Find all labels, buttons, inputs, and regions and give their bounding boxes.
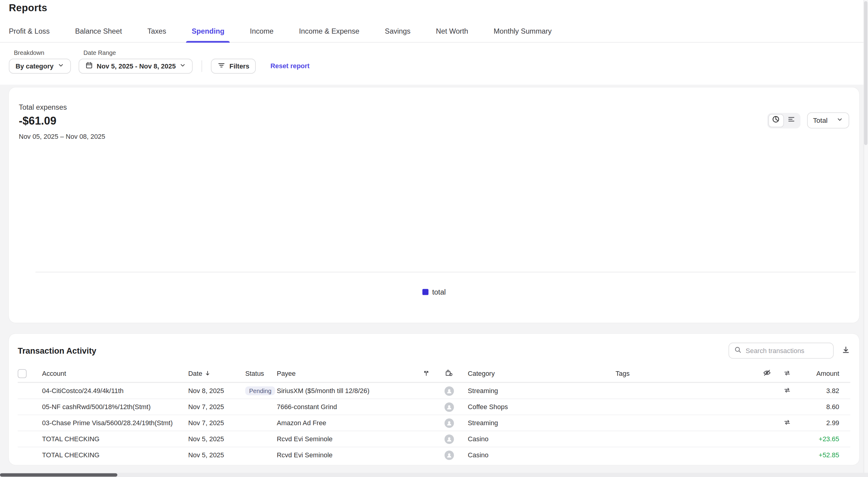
date-cell: Nov 5, 2025 (188, 451, 245, 459)
payee-cell: Amazon Ad Free (277, 419, 422, 427)
tab-spending[interactable]: Spending (186, 22, 230, 42)
merchant-icon (444, 369, 453, 379)
recurring-column-header[interactable] (783, 369, 806, 378)
merchant-avatar (444, 450, 454, 460)
reports-page: Reports Profit & Loss Balance Sheet Taxe… (0, 0, 868, 477)
amount-cell: +52.85 (806, 451, 850, 459)
date-cell: Nov 7, 2025 (188, 419, 245, 427)
chart-type-toggle (767, 113, 800, 128)
merchant-avatar (444, 402, 454, 412)
download-icon (841, 345, 850, 356)
search-icon (734, 346, 742, 356)
hide-column-header[interactable] (763, 369, 783, 379)
merchant-avatar (444, 418, 454, 427)
download-transactions-button[interactable] (841, 345, 850, 356)
tab-profit-and-loss[interactable]: Profit & Loss (3, 22, 55, 42)
tab-balance-sheet[interactable]: Balance Sheet (70, 22, 128, 42)
merchant-column-header (444, 369, 468, 379)
transaction-title: Transaction Activity (18, 346, 96, 355)
tab-taxes[interactable]: Taxes (142, 22, 172, 42)
horizontal-scrollbar-thumb[interactable] (0, 473, 117, 477)
filters-label: Filters (229, 62, 249, 70)
date-range-select[interactable]: Nov 5, 2025 - Nov 8, 2025 (79, 59, 193, 74)
split-icon (423, 369, 430, 378)
breakdown-select[interactable]: By category (9, 59, 71, 74)
tab-net-worth[interactable]: Net Worth (430, 22, 474, 42)
pie-chart-icon (772, 115, 780, 126)
date-cell: Nov 7, 2025 (188, 403, 245, 411)
column-header-date[interactable]: Date (188, 370, 245, 378)
date-cell: Nov 5, 2025 (188, 435, 245, 443)
table-row[interactable]: 03-Chase Prime Visa/5600/28.24/19th(Stmt… (18, 415, 850, 431)
chart-view-select[interactable]: Total (807, 113, 849, 128)
column-header-status: Status (245, 370, 277, 378)
column-header-tags: Tags (616, 370, 763, 378)
category-cell: Casino (468, 451, 616, 459)
tab-income-and-expense[interactable]: Income & Expense (293, 22, 365, 42)
category-cell: Coffee Shops (468, 403, 616, 411)
table-row[interactable]: 04-CitiCostco/24.49/4k/11th Nov 8, 2025 … (18, 382, 850, 399)
table-row[interactable]: TOTAL CHECKING Nov 5, 2025 Rcvd Evi Semi… (18, 447, 850, 463)
chart-controls: Total (767, 113, 849, 128)
total-expenses-label: Total expenses (19, 103, 105, 111)
recurring-icon (783, 386, 791, 395)
total-expenses-summary: Total expenses -$61.09 Nov 05, 2025 – No… (19, 103, 105, 140)
date-range-value: Nov 5, 2025 - Nov 8, 2025 (97, 62, 176, 70)
chart-view-value: Total (813, 116, 827, 124)
category-cell: Streaming (468, 387, 616, 395)
filters-button[interactable]: Filters (211, 59, 256, 74)
report-tabbar: Profit & Loss Balance Sheet Taxes Spendi… (0, 22, 868, 42)
date-column-label: Date (188, 370, 202, 378)
recurring-icon (783, 418, 791, 427)
page-header: Reports Profit & Loss Balance Sheet Taxe… (0, 0, 868, 85)
chart-x-axis (35, 272, 856, 273)
spending-chart-card: Total expenses -$61.09 Nov 05, 2025 – No… (9, 88, 859, 323)
transaction-table: Account Date Status Payee (9, 365, 859, 463)
merchant-avatar (444, 434, 454, 444)
transaction-header: Transaction Activity (9, 333, 859, 365)
transaction-header-actions (728, 343, 850, 359)
breakdown-value: By category (16, 62, 53, 70)
legend-swatch-total (422, 289, 428, 295)
merchant-avatar (444, 386, 454, 395)
column-header-account: Account (42, 370, 188, 378)
payee-cell: Rcvd Evi Seminole (277, 451, 422, 459)
bar-chart-toggle-button[interactable] (784, 114, 799, 127)
status-badge: Pending (245, 386, 275, 395)
chevron-down-icon (180, 62, 186, 70)
vertical-scrollbar-thumb[interactable] (864, 1, 867, 145)
chevron-down-icon (57, 62, 64, 70)
amount-cell: 2.99 (806, 419, 850, 427)
tab-income[interactable]: Income (244, 22, 279, 42)
reset-report-link[interactable]: Reset report (270, 62, 309, 70)
chart-legend: total (9, 288, 859, 296)
split-column-header (423, 369, 444, 378)
amount-cell: 8.60 (806, 403, 850, 411)
table-row[interactable]: 05-NF cashRwd/500/18%/12th(Stmt) Nov 7, … (18, 399, 850, 415)
date-range-label: Date Range (79, 50, 193, 56)
page-title: Reports (0, 1, 868, 14)
account-cell: TOTAL CHECKING (42, 451, 188, 459)
total-expenses-value: -$61.09 (19, 115, 105, 127)
account-cell: TOTAL CHECKING (42, 435, 188, 443)
pie-chart-toggle-button[interactable] (768, 114, 783, 127)
payee-cell: Rcvd Evi Seminole (277, 435, 422, 443)
tab-savings[interactable]: Savings (379, 22, 416, 42)
summary-date-range: Nov 05, 2025 – Nov 08, 2025 (19, 133, 105, 140)
account-cell: 05-NF cashRwd/500/18%/12th(Stmt) (42, 403, 188, 411)
category-cell: Streaming (468, 419, 616, 427)
content-area: Total expenses -$61.09 Nov 05, 2025 – No… (0, 85, 868, 465)
select-all-checkbox[interactable] (18, 369, 26, 378)
filter-icon (218, 62, 226, 71)
column-header-category: Category (468, 370, 616, 378)
date-cell: Nov 8, 2025 (188, 387, 245, 395)
payee-cell: 7666-constant Grind (277, 403, 422, 411)
breakdown-control: Breakdown By category (9, 50, 71, 74)
column-header-payee: Payee (277, 370, 422, 378)
search-transactions-input[interactable] (746, 347, 831, 355)
tab-monthly-summary[interactable]: Monthly Summary (488, 22, 557, 42)
calendar-icon (85, 62, 93, 71)
report-controls: Breakdown By category Date Range Nov 5, … (0, 43, 868, 85)
repeat-icon (783, 369, 791, 378)
table-row[interactable]: TOTAL CHECKING Nov 5, 2025 Rcvd Evi Semi… (18, 431, 850, 447)
